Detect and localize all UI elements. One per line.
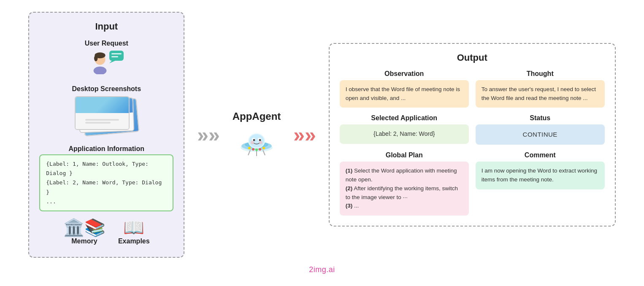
input-box: Input User Request: [28, 12, 184, 257]
user-request-section: User Request: [39, 40, 173, 78]
appagent-label: AppAgent: [233, 111, 281, 122]
svg-point-23: [262, 147, 265, 149]
person-icon: [88, 51, 112, 74]
svg-point-15: [253, 139, 255, 141]
plan-step-2: (2) After identifying the working items,…: [346, 185, 458, 200]
output-title: Output: [340, 52, 605, 63]
screenshot-card-3: [75, 96, 130, 130]
svg-point-16: [259, 139, 261, 141]
output-box: Output Observation I observe that the Wo…: [329, 43, 616, 227]
appagent-container: AppAgent: [233, 111, 281, 159]
comment-cell: Comment I am now opening the Word to ext…: [476, 151, 605, 216]
app-info-line-1: {Label: 1, Name: Outlook, Type: Dialog }: [46, 161, 149, 176]
memory-icon: 🏛️📚: [63, 219, 106, 236]
thought-cell: Thought To answer the user's request, I …: [476, 70, 605, 108]
status-cell: Status CONTINUE: [476, 114, 605, 144]
footer-text: 2img.ai: [309, 265, 335, 274]
svg-point-21: [255, 148, 258, 151]
svg-point-12: [249, 134, 264, 148]
chat-bubble-icon: [109, 51, 124, 63]
input-title: Input: [95, 21, 118, 32]
svg-rect-6: [111, 53, 122, 54]
thought-content: To answer the user's request, I need to …: [476, 80, 605, 108]
user-icon-area: [88, 51, 124, 74]
desktop-screenshots-section: Desktop Screenshots: [39, 85, 173, 138]
selected-app-content: {Label: 2, Name: Word}: [340, 124, 469, 144]
user-request-label: User Request: [85, 40, 128, 47]
svg-point-18: [259, 141, 262, 144]
svg-rect-7: [111, 56, 118, 57]
status-label: Status: [476, 114, 605, 122]
plan-step-3: (3) ...: [346, 202, 359, 209]
examples-label: Examples: [118, 237, 150, 245]
main-layout: Input User Request: [8, 12, 636, 257]
examples-icon: 📖: [123, 219, 144, 236]
selected-app-label: Selected Application: [340, 114, 469, 122]
ufo-icon: [238, 126, 276, 159]
status-content: CONTINUE: [476, 124, 605, 144]
observation-cell: Observation I observe that the Word file…: [340, 70, 469, 108]
thought-label: Thought: [476, 70, 605, 78]
observation-content: I observe that the Word file of meeting …: [340, 80, 469, 108]
comment-label: Comment: [476, 151, 605, 159]
output-grid: Observation I observe that the Word file…: [340, 70, 605, 216]
footer: 2img.ai: [309, 265, 335, 274]
memory-section: 🏛️📚 Memory: [63, 219, 106, 247]
comment-content: I am now opening the Word to extract wor…: [476, 162, 605, 189]
svg-point-22: [259, 148, 261, 151]
svg-rect-4: [109, 51, 124, 61]
memory-examples-row: 🏛️📚 Memory 📖 Examples: [39, 219, 173, 247]
examples-section: 📖 Examples: [118, 219, 150, 247]
svg-point-17: [251, 141, 254, 144]
svg-point-3: [94, 55, 97, 61]
svg-point-19: [248, 147, 251, 149]
svg-point-0: [94, 67, 107, 74]
memory-label: Memory: [71, 237, 97, 245]
left-arrow-icon: »»: [197, 125, 219, 145]
global-plan-label: Global Plan: [340, 151, 469, 159]
svg-marker-5: [109, 61, 115, 63]
app-info-box: {Label: 1, Name: Outlook, Type: Dialog }…: [39, 154, 173, 211]
app-info-line-2: {Label: 2, Name: Word, Type: Dialog }: [46, 179, 162, 195]
desktop-screenshots-label: Desktop Screenshots: [72, 85, 141, 93]
global-plan-cell: Global Plan (1) Select the Word applicat…: [340, 151, 469, 216]
plan-step-1: (1) Select the Word application with mee…: [346, 167, 457, 183]
right-arrow-icon: »»: [293, 125, 316, 145]
app-info-label: Application Information: [69, 145, 145, 153]
svg-point-20: [252, 148, 254, 151]
selected-app-cell: Selected Application {Label: 2, Name: Wo…: [340, 114, 469, 144]
app-info-section: Application Information {Label: 1, Name:…: [39, 145, 173, 211]
screenshots-stack: [75, 96, 138, 134]
observation-label: Observation: [340, 70, 469, 78]
global-plan-content: (1) Select the Word application with mee…: [340, 162, 469, 216]
app-info-line-3: ...: [46, 198, 56, 205]
right-arrows: »»: [293, 125, 316, 145]
left-arrows: »»: [197, 125, 219, 145]
